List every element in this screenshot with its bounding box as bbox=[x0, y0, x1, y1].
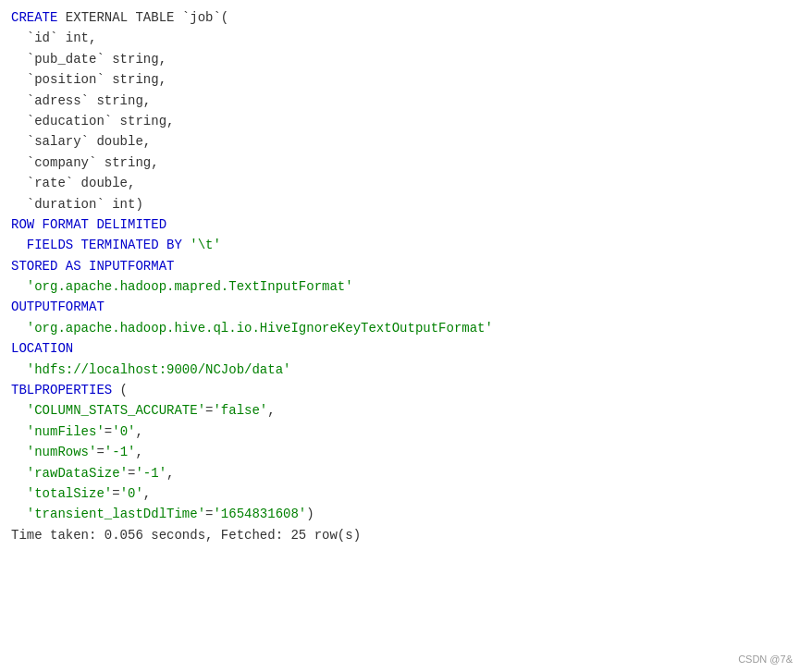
code-line-1: CREATE EXTERNAL TABLE `job`( bbox=[11, 7, 789, 28]
code-line-2: `id` int, bbox=[11, 28, 789, 48]
code-line-17: LOCATION bbox=[11, 338, 789, 359]
code-display: CREATE EXTERNAL TABLE `job`( `id` int, `… bbox=[0, 0, 800, 672]
code-line-10: `duration` int) bbox=[11, 194, 789, 214]
code-line-8: `company` string, bbox=[11, 153, 789, 173]
code-line-9: `rate` double, bbox=[11, 173, 789, 193]
code-line-5: `adress` string, bbox=[11, 91, 789, 111]
code-line-14: 'org.apache.hadoop.mapred.TextInputForma… bbox=[11, 276, 789, 297]
code-line-24: 'totalSize'='0', bbox=[11, 483, 789, 504]
code-line-20: 'COLUMN_STATS_ACCURATE'='false', bbox=[11, 400, 789, 421]
code-line-13: STORED AS INPUTFORMAT bbox=[11, 256, 789, 276]
code-line-7: `salary` double, bbox=[11, 131, 789, 152]
code-line-25: 'transient_lastDdlTime'='1654831608') bbox=[11, 504, 789, 524]
code-line-15: OUTPUTFORMAT bbox=[11, 297, 789, 317]
code-line-18: 'hdfs://localhost:9000/NCJob/data' bbox=[11, 360, 789, 380]
watermark: CSDN @7& bbox=[738, 654, 793, 665]
code-line-11: ROW FORMAT DELIMITED bbox=[11, 214, 789, 235]
code-line-22: 'numRows'='-1', bbox=[11, 442, 789, 462]
code-line-12: FIELDS TERMINATED BY '\t' bbox=[11, 235, 789, 255]
code-line-6: `education` string, bbox=[11, 111, 789, 131]
code-line-23: 'rawDataSize'='-1', bbox=[11, 463, 789, 483]
code-line-4: `position` string, bbox=[11, 69, 789, 90]
code-line-19: TBLPROPERTIES ( bbox=[11, 380, 789, 400]
code-line-26: Time taken: 0.056 seconds, Fetched: 25 r… bbox=[11, 525, 789, 545]
code-line-16: 'org.apache.hadoop.hive.ql.io.HiveIgnore… bbox=[11, 318, 789, 338]
code-line-3: `pub_date` string, bbox=[11, 49, 789, 69]
code-line-21: 'numFiles'='0', bbox=[11, 422, 789, 442]
